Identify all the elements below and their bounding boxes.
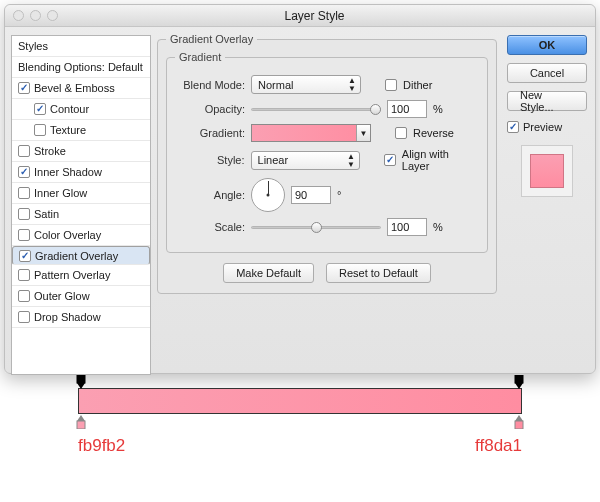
sidebar-item-color-overlay[interactable]: Color Overlay <box>12 225 150 246</box>
angle-dial[interactable] <box>251 178 285 212</box>
gradient-label: Gradient: <box>175 127 245 139</box>
reverse-checkbox[interactable] <box>395 127 407 139</box>
blend-mode-label: Blend Mode: <box>175 79 245 91</box>
gradient-overlay-group: Gradient Overlay Gradient Blend Mode: No… <box>157 33 497 294</box>
reset-default-button[interactable]: Reset to Default <box>326 263 431 283</box>
color-stop-left[interactable] <box>75 415 87 427</box>
opacity-stop-right[interactable] <box>513 375 525 387</box>
sidebar-item-stroke[interactable]: Stroke <box>12 141 150 162</box>
opacity-label: Opacity: <box>175 103 245 115</box>
effect-checkbox[interactable] <box>18 166 30 178</box>
opacity-slider[interactable] <box>251 102 381 116</box>
effect-checkbox[interactable] <box>34 124 46 136</box>
dither-label: Dither <box>403 79 432 91</box>
svg-marker-3 <box>515 383 523 389</box>
effect-label: Color Overlay <box>34 229 101 241</box>
effect-label: Bevel & Emboss <box>34 82 115 94</box>
chevron-updown-icon: ▲▼ <box>347 77 357 93</box>
gradient-editor: fb9fb2 ff8da1 <box>78 388 522 456</box>
svg-rect-7 <box>515 421 523 429</box>
blending-options-row[interactable]: Blending Options: Default <box>12 57 150 78</box>
chevron-updown-icon: ▲▼ <box>346 153 356 169</box>
right-panel: OK Cancel New Style... Preview <box>507 35 587 197</box>
sidebar-item-satin[interactable]: Satin <box>12 204 150 225</box>
reverse-label: Reverse <box>413 127 454 139</box>
sidebar-item-contour[interactable]: Contour <box>12 99 150 120</box>
gradient-picker[interactable]: ▼ <box>251 124 371 142</box>
effect-label: Inner Shadow <box>34 166 102 178</box>
effect-label: Outer Glow <box>34 290 90 302</box>
effect-label: Inner Glow <box>34 187 87 199</box>
gradient-group: Gradient Blend Mode: Normal ▲▼ Dither Op… <box>166 51 488 253</box>
effect-checkbox[interactable] <box>18 290 30 302</box>
sidebar-item-bevel-emboss[interactable]: Bevel & Emboss <box>12 78 150 99</box>
style-select[interactable]: Linear ▲▼ <box>251 151 360 170</box>
sidebar-item-pattern-overlay[interactable]: Pattern Overlay <box>12 265 150 286</box>
angle-input[interactable] <box>291 186 331 204</box>
preview-checkbox[interactable] <box>507 121 519 133</box>
effect-label: Contour <box>50 103 89 115</box>
effect-label: Gradient Overlay <box>35 250 118 262</box>
scale-slider[interactable] <box>251 220 381 234</box>
sidebar-item-drop-shadow[interactable]: Drop Shadow <box>12 307 150 328</box>
inner-legend: Gradient <box>175 51 225 63</box>
dialog-title: Layer Style <box>34 9 595 23</box>
svg-marker-4 <box>77 415 85 421</box>
settings-panel: Gradient Overlay Gradient Blend Mode: No… <box>157 33 497 304</box>
preview-label: Preview <box>523 121 562 133</box>
chevron-down-icon[interactable]: ▼ <box>356 125 370 141</box>
sidebar-item-inner-glow[interactable]: Inner Glow <box>12 183 150 204</box>
preview-image <box>530 154 564 188</box>
effect-checkbox[interactable] <box>18 82 30 94</box>
effect-label: Stroke <box>34 145 66 157</box>
effect-checkbox[interactable] <box>18 311 30 323</box>
effect-checkbox[interactable] <box>18 229 30 241</box>
sidebar-item-gradient-overlay[interactable]: Gradient Overlay <box>12 246 150 265</box>
effect-checkbox[interactable] <box>19 250 31 262</box>
svg-marker-6 <box>515 415 523 421</box>
color-stop-right[interactable] <box>513 415 525 427</box>
effect-label: Texture <box>50 124 86 136</box>
preview-swatch <box>521 145 573 197</box>
ok-button[interactable]: OK <box>507 35 587 55</box>
sidebar-header[interactable]: Styles <box>12 36 150 57</box>
titlebar[interactable]: Layer Style <box>5 5 595 27</box>
effect-checkbox[interactable] <box>34 103 46 115</box>
color-code-left: fb9fb2 <box>78 436 125 456</box>
effect-label: Pattern Overlay <box>34 269 110 281</box>
effect-checkbox[interactable] <box>18 145 30 157</box>
gradient-bar[interactable] <box>78 388 522 414</box>
opacity-stop-left[interactable] <box>75 375 87 387</box>
styles-sidebar: Styles Blending Options: Default Bevel &… <box>11 35 151 375</box>
scale-input[interactable] <box>387 218 427 236</box>
effect-label: Satin <box>34 208 59 220</box>
angle-label: Angle: <box>175 189 245 201</box>
sidebar-item-outer-glow[interactable]: Outer Glow <box>12 286 150 307</box>
layer-style-dialog: Layer Style Styles Blending Options: Def… <box>4 4 596 374</box>
svg-rect-5 <box>77 421 85 429</box>
dither-checkbox[interactable] <box>385 79 397 91</box>
blend-mode-select[interactable]: Normal ▲▼ <box>251 75 361 94</box>
align-checkbox[interactable] <box>384 154 396 166</box>
scale-label: Scale: <box>175 221 245 233</box>
effect-checkbox[interactable] <box>18 208 30 220</box>
make-default-button[interactable]: Make Default <box>223 263 314 283</box>
svg-rect-2 <box>515 375 523 383</box>
cancel-button[interactable]: Cancel <box>507 63 587 83</box>
outer-legend: Gradient Overlay <box>166 33 257 45</box>
sidebar-item-texture[interactable]: Texture <box>12 120 150 141</box>
sidebar-item-inner-shadow[interactable]: Inner Shadow <box>12 162 150 183</box>
svg-marker-1 <box>77 383 85 389</box>
svg-rect-0 <box>77 375 85 383</box>
effect-checkbox[interactable] <box>18 187 30 199</box>
close-icon[interactable] <box>13 10 24 21</box>
opacity-input[interactable] <box>387 100 427 118</box>
color-code-right: ff8da1 <box>475 436 522 456</box>
style-label: Style: <box>175 154 245 166</box>
new-style-button[interactable]: New Style... <box>507 91 587 111</box>
effect-checkbox[interactable] <box>18 269 30 281</box>
effect-label: Drop Shadow <box>34 311 101 323</box>
align-label: Align with Layer <box>402 148 479 172</box>
